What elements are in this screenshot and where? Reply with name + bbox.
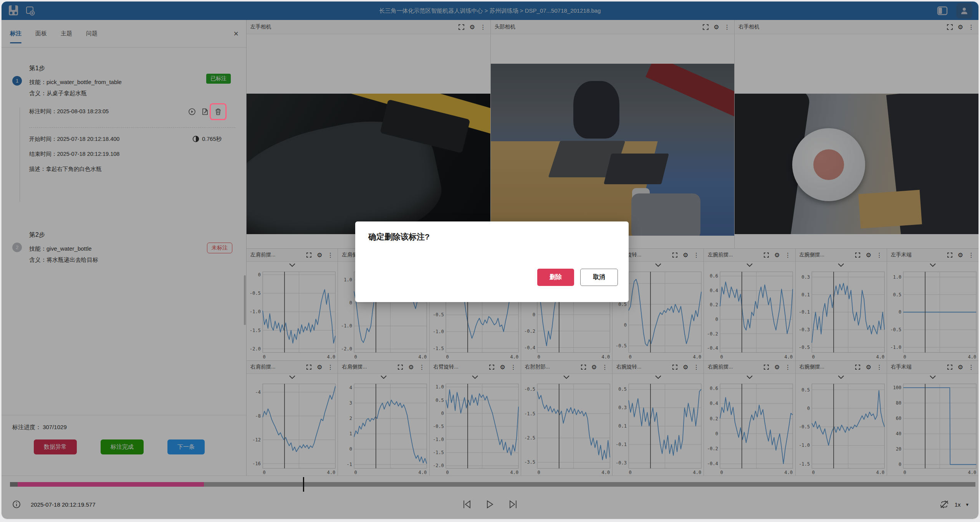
delete-confirm-dialog: 确定删除该标注? 删除 取消 — [355, 221, 629, 302]
dialog-title: 确定删除该标注? — [368, 231, 430, 242]
app-window: 长三角一体化示范区智能机器人训练中心 > 苏州训练场 > DSP_07...50… — [2, 2, 978, 519]
confirm-delete-button[interactable]: 删除 — [537, 269, 574, 286]
cancel-button[interactable]: 取消 — [580, 269, 618, 286]
